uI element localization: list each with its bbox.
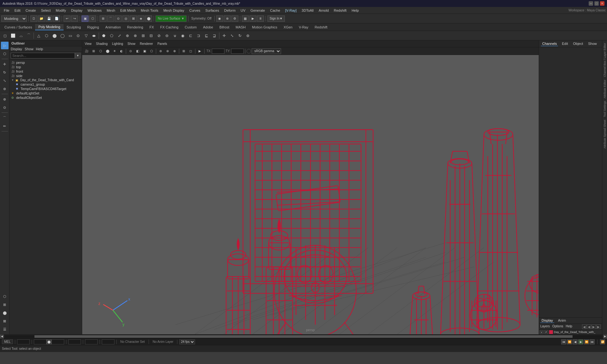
frame-current-input[interactable]: 1: [34, 339, 46, 344]
tab-motion-graphics[interactable]: Motion Graphics: [249, 24, 280, 30]
timeline-scroll-right[interactable]: ▶: [603, 335, 607, 338]
vp-gate-btn[interactable]: ▣: [141, 48, 148, 54]
select-box-tool[interactable]: ⬜: [9, 32, 17, 39]
open-file-btn[interactable]: 📁: [38, 15, 45, 22]
vp-isolate-btn[interactable]: ⊙: [127, 48, 134, 54]
no-live-surface-btn[interactable]: No Live Surface ▼: [156, 15, 187, 22]
tab-fx-caching[interactable]: FX Caching: [157, 24, 181, 30]
universal-manip[interactable]: ⊚: [244, 32, 252, 39]
hud-toggle[interactable]: ⬤: [1, 309, 9, 317]
outliner-item-side[interactable]: 🎥 side: [9, 74, 82, 78]
attrib-tool-settings-label[interactable]: Tool Settings: [603, 101, 606, 117]
menu-modify[interactable]: Modify: [53, 8, 68, 13]
menu-create[interactable]: Create: [23, 8, 39, 13]
tab-rigging[interactable]: Rigging: [84, 24, 102, 30]
create-disk[interactable]: ⬬: [90, 32, 98, 39]
pause-btn[interactable]: ⏸: [257, 15, 264, 22]
slide-edge[interactable]: ⊘: [155, 32, 163, 39]
curve-ep[interactable]: ⌒: [1, 114, 9, 122]
attrib-attribute-editor-label[interactable]: Attribute Editor: [603, 80, 606, 99]
menu-edit-mesh[interactable]: Edit Mesh: [118, 8, 138, 13]
rp-tab-edit[interactable]: Edit: [561, 41, 569, 46]
vp-hud-btn[interactable]: ◻: [187, 48, 194, 54]
menu-surfaces[interactable]: Surfaces: [203, 8, 222, 13]
circularize-tool[interactable]: ◉: [179, 32, 187, 39]
render-settings-btn[interactable]: ⚙: [231, 15, 238, 22]
menu-display[interactable]: Display: [69, 8, 85, 13]
rp-subtab-display[interactable]: Display: [540, 318, 554, 323]
menu-deform[interactable]: Deform: [222, 8, 238, 13]
select-tool-left[interactable]: ▷: [1, 42, 9, 49]
outliner-item-tempcam[interactable]: ✱ TempCamFBXASCD46Target: [9, 87, 82, 91]
layer-visibility-toggle[interactable]: V: [540, 330, 543, 334]
menu-arnold[interactable]: Arnold: [316, 8, 331, 13]
timeline-scroll-track[interactable]: [4, 335, 603, 338]
tab-fx[interactable]: FX: [146, 24, 157, 30]
tab-adobe[interactable]: Adobe: [200, 24, 216, 30]
vp-menu-view[interactable]: View: [83, 42, 93, 46]
snap-point-btn[interactable]: ⊙: [115, 15, 122, 22]
create-cylinder[interactable]: ⬤: [51, 32, 58, 39]
rotate-tool-left[interactable]: ↻: [1, 69, 9, 76]
create-plane[interactable]: ▭: [66, 32, 74, 39]
create-sphere[interactable]: ◯: [58, 32, 66, 39]
layer-arrow-prev2[interactable]: ◀: [587, 325, 591, 329]
outliner-item-dayofthedead[interactable]: ▼ ▣ Day_of_the_Dead_Tribute_with_Cand: [9, 78, 82, 82]
save-file-btn[interactable]: 💾: [46, 15, 52, 22]
save-as-btn[interactable]: 📄: [53, 15, 60, 22]
paint-select-tool[interactable]: ⬡: [1, 50, 9, 58]
vp-menu-show[interactable]: Show: [126, 42, 137, 46]
tab-redshift[interactable]: Redshift: [311, 24, 330, 30]
step-forward-btn[interactable]: ⏩: [584, 339, 589, 344]
create-cone[interactable]: ▽: [82, 32, 90, 39]
max-time-input[interactable]: 200: [102, 339, 114, 344]
create-cube[interactable]: ⬡: [43, 32, 50, 39]
bevel-tool[interactable]: ⊖: [163, 32, 171, 39]
vp-xray-btn[interactable]: ⊚: [157, 48, 164, 54]
view-cube[interactable]: ⬡: [1, 293, 9, 300]
connect-tool[interactable]: ⊎: [171, 32, 179, 39]
menu-help[interactable]: Help: [349, 8, 361, 13]
vp-shaded-btn[interactable]: ⬡: [97, 48, 104, 54]
vp-menu-panels[interactable]: Panels: [156, 42, 169, 46]
rp-layers-menu[interactable]: Layers: [540, 325, 550, 329]
menu-select[interactable]: Select: [39, 8, 53, 13]
menu-mesh-display[interactable]: Mesh Display: [161, 8, 187, 13]
arc-tool[interactable]: ⌓: [17, 32, 25, 39]
create-polygon[interactable]: △: [35, 32, 42, 39]
tab-curves-surfaces[interactable]: Curves / Surfaces: [1, 24, 35, 30]
tab-bifrost[interactable]: Bifrost: [216, 24, 232, 30]
move-tool[interactable]: ✛: [220, 32, 228, 39]
layer-arrow-next[interactable]: ▶: [592, 325, 596, 329]
outliner-item-camera1-group[interactable]: ✱ camera1_group: [9, 82, 82, 87]
loop-btn[interactable]: 🔁: [600, 339, 605, 344]
frame-playback-input[interactable]: 1: [52, 339, 64, 344]
menu-mesh[interactable]: Mesh: [104, 8, 118, 13]
outliner-menu-help[interactable]: Help: [36, 47, 43, 51]
layer-editor-left[interactable]: ☰: [1, 325, 9, 333]
snap-proj-btn[interactable]: ◈: [138, 15, 144, 22]
redo-btn[interactable]: ↪: [71, 15, 78, 22]
bridge-tool[interactable]: ⬠: [108, 32, 115, 39]
show-manip[interactable]: ⊙: [1, 104, 9, 111]
menu-mesh-tools[interactable]: Mesh Tools: [138, 8, 161, 13]
timeline-scroll-thumb[interactable]: [34, 335, 573, 338]
tab-animation[interactable]: Animation: [102, 24, 124, 30]
vp-translate-y[interactable]: 1.00: [231, 49, 244, 54]
vp-menu-renderer[interactable]: Renderer: [138, 42, 154, 46]
quad-layout[interactable]: ⊠: [1, 317, 9, 325]
outliner-menu-display[interactable]: Display: [11, 47, 22, 51]
step-back-btn[interactable]: ⏪: [567, 339, 572, 344]
menu-windows[interactable]: Windows: [85, 8, 104, 13]
outliner-item-default-light-set[interactable]: ☀ defaultLightSet: [9, 91, 82, 95]
reduce-tool[interactable]: ⊐: [195, 32, 202, 39]
tab-rendering[interactable]: Rendering: [124, 24, 146, 30]
timeline-scroll-left[interactable]: ◀: [0, 335, 4, 338]
outliner-item-front[interactable]: 🎥 front: [9, 69, 82, 74]
maximize-button[interactable]: □: [594, 1, 599, 6]
show-ui-btn[interactable]: ▦: [242, 15, 249, 22]
menu-edit[interactable]: Edit: [12, 8, 23, 13]
snap-view-btn[interactable]: ◎: [122, 15, 129, 22]
smooth-tool[interactable]: ⊒: [211, 32, 218, 39]
outliner-search-input[interactable]: [11, 53, 75, 58]
